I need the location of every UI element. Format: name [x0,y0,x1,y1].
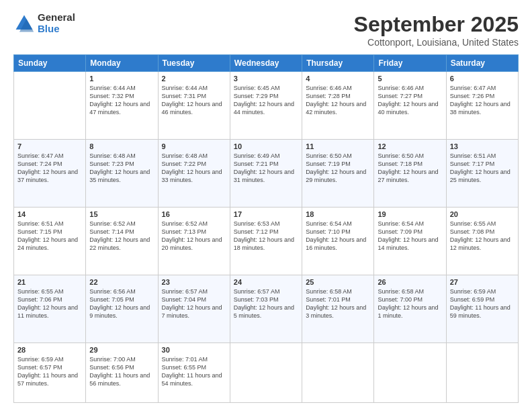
table-row: 6Sunrise: 6:47 AMSunset: 7:26 PMDaylight… [446,72,518,140]
cell-content: Sunrise: 6:52 AMSunset: 7:13 PMDaylight:… [162,220,226,253]
table-row: 13Sunrise: 6:51 AMSunset: 7:17 PMDayligh… [446,139,518,207]
cell-content: Sunrise: 6:52 AMSunset: 7:14 PMDaylight:… [89,220,154,253]
table-row: 9Sunrise: 6:48 AMSunset: 7:22 PMDaylight… [158,139,230,207]
cell-content: Sunrise: 6:50 AMSunset: 7:18 PMDaylight:… [378,152,442,185]
day-number: 16 [162,210,226,218]
day-number: 20 [450,210,515,218]
subtitle: Cottonport, Louisiana, United States [354,37,519,48]
day-number: 28 [17,346,82,354]
cell-content: Sunrise: 6:55 AMSunset: 7:08 PMDaylight:… [450,220,515,253]
cell-content: Sunrise: 6:51 AMSunset: 7:17 PMDaylight:… [450,152,515,185]
day-number: 11 [306,142,370,150]
day-number: 24 [234,278,298,286]
table-row: 7Sunrise: 6:47 AMSunset: 7:24 PMDaylight… [14,139,86,207]
table-row: 18Sunrise: 6:54 AMSunset: 7:10 PMDayligh… [302,207,374,275]
cell-content: Sunrise: 7:00 AMSunset: 6:56 PMDaylight:… [89,355,154,388]
table-row: 24Sunrise: 6:57 AMSunset: 7:03 PMDayligh… [230,275,302,342]
col-sunday: Sunday [14,55,86,72]
logo-text: General Blue [38,12,75,34]
table-row: 12Sunrise: 6:50 AMSunset: 7:18 PMDayligh… [374,139,446,207]
day-number: 23 [162,278,226,286]
col-wednesday: Wednesday [230,55,302,72]
cell-content: Sunrise: 6:53 AMSunset: 7:12 PMDaylight:… [234,220,298,253]
table-row: 17Sunrise: 6:53 AMSunset: 7:12 PMDayligh… [230,207,302,275]
col-friday: Friday [374,55,446,72]
day-number: 25 [306,278,370,286]
calendar-week-row: 28Sunrise: 6:59 AMSunset: 6:57 PMDayligh… [14,342,519,402]
day-number: 5 [378,75,442,83]
day-number: 9 [162,142,226,150]
day-number: 1 [89,75,154,83]
col-saturday: Saturday [446,55,518,72]
table-row: 21Sunrise: 6:55 AMSunset: 7:06 PMDayligh… [14,275,86,342]
logo-blue: Blue [38,24,75,35]
day-number: 13 [450,142,515,150]
cell-content: Sunrise: 6:54 AMSunset: 7:10 PMDaylight:… [306,220,370,253]
cell-content: Sunrise: 6:59 AMSunset: 6:59 PMDaylight:… [450,287,515,320]
cell-content: Sunrise: 6:47 AMSunset: 7:24 PMDaylight:… [17,152,82,185]
table-row: 26Sunrise: 6:58 AMSunset: 7:00 PMDayligh… [374,275,446,342]
col-thursday: Thursday [302,55,374,72]
table-row: 2Sunrise: 6:44 AMSunset: 7:31 PMDaylight… [158,72,230,140]
page: General Blue September 2025 Cottonport, … [0,0,532,411]
day-number: 21 [17,278,82,286]
day-number: 22 [89,278,154,286]
cell-content: Sunrise: 6:59 AMSunset: 6:57 PMDaylight:… [17,355,82,388]
day-number: 30 [162,346,226,354]
table-row: 20Sunrise: 6:55 AMSunset: 7:08 PMDayligh… [446,207,518,275]
cell-content: Sunrise: 6:58 AMSunset: 7:01 PMDaylight:… [306,287,370,320]
cell-content: Sunrise: 6:57 AMSunset: 7:03 PMDaylight:… [234,287,298,320]
table-row: 28Sunrise: 6:59 AMSunset: 6:57 PMDayligh… [14,342,86,402]
day-number: 2 [162,75,226,83]
table-row [446,342,518,402]
cell-content: Sunrise: 6:44 AMSunset: 7:31 PMDaylight:… [162,84,226,117]
table-row: 4Sunrise: 6:46 AMSunset: 7:28 PMDaylight… [302,72,374,140]
table-row: 8Sunrise: 6:48 AMSunset: 7:23 PMDaylight… [86,139,158,207]
table-row: 15Sunrise: 6:52 AMSunset: 7:14 PMDayligh… [86,207,158,275]
cell-content: Sunrise: 6:46 AMSunset: 7:27 PMDaylight:… [378,84,442,117]
table-row [230,342,302,402]
cell-content: Sunrise: 6:46 AMSunset: 7:28 PMDaylight:… [306,84,370,117]
calendar-week-row: 14Sunrise: 6:51 AMSunset: 7:15 PMDayligh… [14,207,519,275]
day-number: 26 [378,278,442,286]
calendar-week-row: 21Sunrise: 6:55 AMSunset: 7:06 PMDayligh… [14,275,519,342]
day-number: 8 [89,142,154,150]
table-row: 3Sunrise: 6:45 AMSunset: 7:29 PMDaylight… [230,72,302,140]
day-number: 17 [234,210,298,218]
cell-content: Sunrise: 6:45 AMSunset: 7:29 PMDaylight:… [234,84,298,117]
table-row: 5Sunrise: 6:46 AMSunset: 7:27 PMDaylight… [374,72,446,140]
cell-content: Sunrise: 6:54 AMSunset: 7:09 PMDaylight:… [378,220,442,253]
table-row: 25Sunrise: 6:58 AMSunset: 7:01 PMDayligh… [302,275,374,342]
table-row [302,342,374,402]
calendar-header-row: Sunday Monday Tuesday Wednesday Thursday… [14,55,519,72]
day-number: 10 [234,142,298,150]
table-row: 10Sunrise: 6:49 AMSunset: 7:21 PMDayligh… [230,139,302,207]
day-number: 12 [378,142,442,150]
day-number: 15 [89,210,154,218]
logo-icon [13,13,35,34]
table-row: 22Sunrise: 6:56 AMSunset: 7:05 PMDayligh… [86,275,158,342]
day-number: 14 [17,210,82,218]
calendar-week-row: 7Sunrise: 6:47 AMSunset: 7:24 PMDaylight… [14,139,519,207]
header: General Blue September 2025 Cottonport, … [13,12,519,48]
day-number: 29 [89,346,154,354]
cell-content: Sunrise: 6:57 AMSunset: 7:04 PMDaylight:… [162,287,226,320]
day-number: 7 [17,142,82,150]
table-row: 16Sunrise: 6:52 AMSunset: 7:13 PMDayligh… [158,207,230,275]
cell-content: Sunrise: 6:51 AMSunset: 7:15 PMDaylight:… [17,220,82,253]
table-row: 27Sunrise: 6:59 AMSunset: 6:59 PMDayligh… [446,275,518,342]
table-row: 29Sunrise: 7:00 AMSunset: 6:56 PMDayligh… [86,342,158,402]
day-number: 6 [450,75,515,83]
logo: General Blue [13,12,75,34]
cell-content: Sunrise: 7:01 AMSunset: 6:55 PMDaylight:… [162,355,226,388]
table-row: 14Sunrise: 6:51 AMSunset: 7:15 PMDayligh… [14,207,86,275]
table-row [14,72,86,140]
calendar-table: Sunday Monday Tuesday Wednesday Thursday… [13,54,519,403]
table-row [374,342,446,402]
main-title: September 2025 [354,12,519,37]
cell-content: Sunrise: 6:49 AMSunset: 7:21 PMDaylight:… [234,152,298,185]
table-row: 19Sunrise: 6:54 AMSunset: 7:09 PMDayligh… [374,207,446,275]
col-tuesday: Tuesday [158,55,230,72]
cell-content: Sunrise: 6:48 AMSunset: 7:22 PMDaylight:… [162,152,226,185]
cell-content: Sunrise: 6:56 AMSunset: 7:05 PMDaylight:… [89,287,154,320]
